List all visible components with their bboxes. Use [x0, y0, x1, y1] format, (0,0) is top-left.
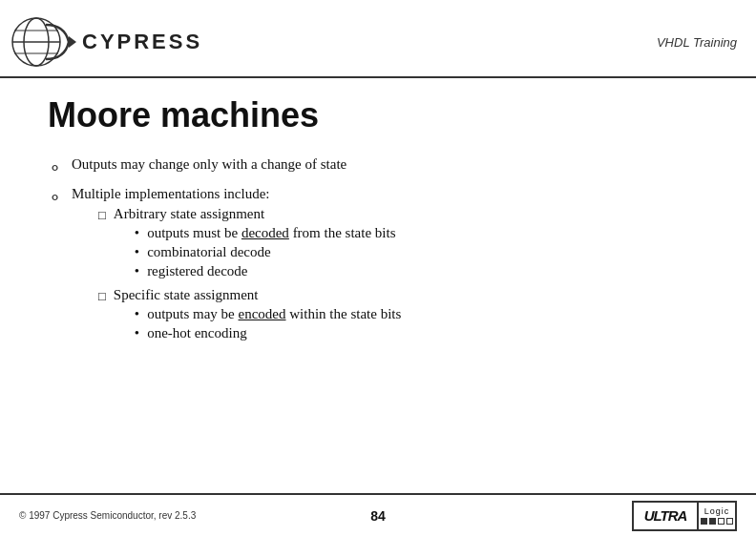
sq2 — [709, 518, 716, 525]
cypress-logo-icon — [10, 11, 76, 73]
svg-marker-5 — [69, 36, 76, 48]
logo-text: CYPRESS — [82, 30, 202, 54]
sub-sub-item-2: • combinatorial decode — [135, 244, 396, 260]
sub-item-2-text: Specific state assignment — [114, 287, 259, 302]
dot-icon-2: • — [135, 244, 139, 260]
sub-sub-text-4: outputs may be encoded within the state … — [147, 306, 401, 322]
header-training-label: VHDL Training — [657, 35, 737, 50]
bullet-item-2: ⚬ Multiple implementations include: □ Ar… — [48, 186, 708, 349]
bullet-item-1: ⚬ Outputs may change only with a change … — [48, 156, 708, 178]
slide-content: Moore machines ⚬ Outputs may change only… — [0, 78, 756, 366]
dot-icon-1: • — [135, 225, 139, 241]
square-icon-1: □ — [98, 208, 106, 223]
footer: © 1997 Cypress Semiconductor, rev 2.5.3 … — [0, 493, 756, 536]
sub-item-2-content: Specific state assignment • outputs may … — [114, 287, 401, 344]
footer-page-number: 84 — [370, 508, 386, 524]
circle-bullet-icon-1: ⚬ — [48, 157, 62, 178]
sub-sub-item-3: • registered decode — [135, 263, 396, 279]
bullet-text-2: Multiple implementations include: — [72, 186, 269, 201]
sub-sub-list-2: • outputs may be encoded within the stat… — [135, 306, 401, 341]
sq3 — [718, 518, 724, 525]
decoded-underline: decoded — [242, 225, 289, 240]
sub-item-1: □ Arbitrary state assignment • outputs m… — [98, 206, 401, 282]
encoded-underline: encoded — [239, 306, 286, 321]
ultra-logic-logo: ULTRA Logic — [632, 501, 737, 531]
sub-sub-list-1: • outputs must be decoded from the state… — [135, 225, 396, 279]
sub-sub-text-1: outputs must be decoded from the state b… — [147, 225, 395, 241]
main-bullet-list: ⚬ Outputs may change only with a change … — [48, 156, 708, 349]
sub-sub-item-4: • outputs may be encoded within the stat… — [135, 306, 401, 322]
dot-icon-3: • — [135, 263, 139, 279]
logo-area: CYPRESS — [10, 11, 202, 73]
sub-list: □ Arbitrary state assignment • outputs m… — [98, 206, 401, 344]
sq4 — [726, 518, 733, 525]
footer-copyright: © 1997 Cypress Semiconductor, rev 2.5.3 — [19, 510, 196, 521]
slide: CYPRESS VHDL Training Moore machines ⚬ O… — [0, 0, 756, 536]
square-icon-2: □ — [98, 289, 106, 304]
sub-item-1-text: Arbitrary state assignment — [114, 206, 264, 221]
sub-sub-item-1: • outputs must be decoded from the state… — [135, 225, 396, 241]
dot-icon-4: • — [135, 306, 139, 322]
logic-squares — [701, 518, 733, 525]
sub-item-1-content: Arbitrary state assignment • outputs mus… — [114, 206, 396, 282]
sq1 — [701, 518, 707, 525]
circle-bullet-icon-2: ⚬ — [48, 187, 62, 208]
ultra-text: ULTRA — [634, 503, 699, 529]
logic-text: Logic — [699, 503, 735, 529]
bullet-2-content: Multiple implementations include: □ Arbi… — [72, 186, 401, 349]
sub-sub-text-5: one-hot encoding — [147, 325, 247, 341]
dot-icon-5: • — [135, 325, 139, 341]
header: CYPRESS VHDL Training — [0, 0, 756, 78]
sub-sub-text-3: registered decode — [147, 263, 247, 279]
sub-item-2: □ Specific state assignment • outputs ma… — [98, 287, 401, 344]
sub-sub-text-2: combinatorial decode — [147, 244, 271, 260]
sub-sub-item-5: • one-hot encoding — [135, 325, 401, 341]
slide-title: Moore machines — [48, 95, 708, 135]
bullet-text-1: Outputs may change only with a change of… — [72, 156, 346, 173]
